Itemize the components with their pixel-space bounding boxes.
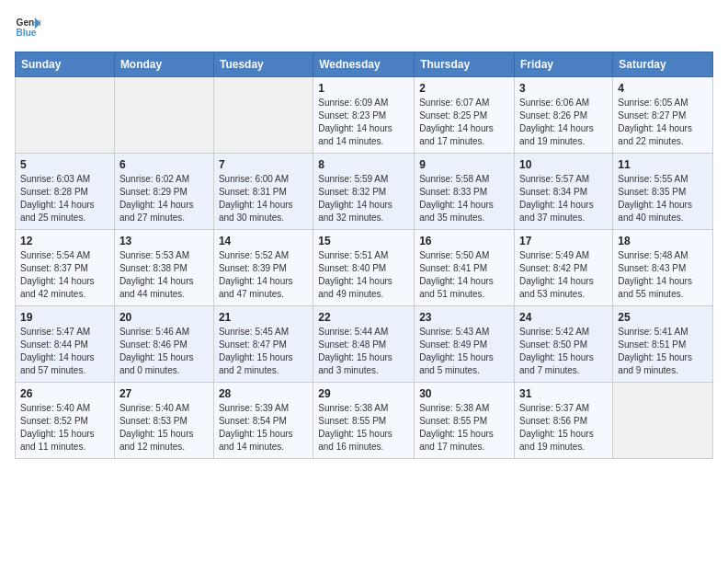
day-number: 6	[119, 158, 209, 171]
day-number: 22	[318, 311, 409, 324]
day-info: Sunrise: 5:44 AM Sunset: 8:48 PM Dayligh…	[318, 326, 409, 377]
calendar-week-4: 26Sunrise: 5:40 AM Sunset: 8:52 PM Dayli…	[16, 383, 713, 459]
day-info: Sunrise: 6:03 AM Sunset: 8:28 PM Dayligh…	[20, 173, 109, 224]
day-number: 28	[219, 387, 308, 400]
day-number: 21	[219, 311, 308, 324]
calendar-cell	[613, 383, 713, 459]
day-number: 8	[318, 158, 409, 171]
day-info: Sunrise: 5:54 AM Sunset: 8:37 PM Dayligh…	[20, 249, 109, 301]
day-number: 9	[419, 158, 509, 171]
day-info: Sunrise: 5:50 AM Sunset: 8:41 PM Dayligh…	[419, 249, 509, 301]
calendar-cell: 22Sunrise: 5:44 AM Sunset: 8:48 PM Dayli…	[313, 306, 415, 383]
day-info: Sunrise: 5:38 AM Sunset: 8:55 PM Dayligh…	[318, 402, 409, 454]
day-number: 16	[419, 235, 509, 247]
day-number: 19	[20, 311, 109, 324]
day-info: Sunrise: 5:51 AM Sunset: 8:40 PM Dayligh…	[318, 249, 409, 301]
weekday-monday: Monday	[114, 52, 213, 77]
day-number: 20	[119, 311, 209, 324]
calendar-cell: 10Sunrise: 5:57 AM Sunset: 8:34 PM Dayli…	[515, 154, 613, 230]
calendar-cell: 18Sunrise: 5:48 AM Sunset: 8:43 PM Dayli…	[613, 230, 713, 306]
calendar-cell: 4Sunrise: 6:05 AM Sunset: 8:27 PM Daylig…	[613, 77, 713, 154]
day-number: 25	[618, 311, 708, 324]
calendar-week-3: 19Sunrise: 5:47 AM Sunset: 8:44 PM Dayli…	[16, 306, 713, 383]
weekday-wednesday: Wednesday	[313, 52, 415, 77]
weekday-tuesday: Tuesday	[213, 52, 313, 77]
calendar-week-2: 12Sunrise: 5:54 AM Sunset: 8:37 PM Dayli…	[16, 230, 713, 306]
weekday-thursday: Thursday	[415, 52, 515, 77]
calendar-cell: 13Sunrise: 5:53 AM Sunset: 8:38 PM Dayli…	[114, 230, 213, 306]
calendar-week-0: 1Sunrise: 6:09 AM Sunset: 8:23 PM Daylig…	[16, 77, 713, 154]
day-number: 17	[519, 235, 608, 247]
day-number: 14	[219, 235, 308, 247]
calendar-cell	[16, 77, 115, 154]
day-info: Sunrise: 5:41 AM Sunset: 8:51 PM Dayligh…	[618, 326, 708, 377]
weekday-saturday: Saturday	[613, 52, 713, 77]
day-info: Sunrise: 5:38 AM Sunset: 8:55 PM Dayligh…	[419, 402, 509, 454]
calendar-cell: 28Sunrise: 5:39 AM Sunset: 8:54 PM Dayli…	[213, 383, 313, 459]
day-info: Sunrise: 5:40 AM Sunset: 8:52 PM Dayligh…	[20, 402, 109, 454]
day-info: Sunrise: 5:43 AM Sunset: 8:49 PM Dayligh…	[419, 326, 509, 377]
day-number: 10	[519, 158, 608, 171]
page-header: General Blue	[15, 15, 713, 40]
day-info: Sunrise: 6:05 AM Sunset: 8:27 PM Dayligh…	[618, 97, 708, 148]
day-number: 26	[20, 387, 109, 400]
calendar-cell: 16Sunrise: 5:50 AM Sunset: 8:41 PM Dayli…	[415, 230, 515, 306]
calendar-cell: 19Sunrise: 5:47 AM Sunset: 8:44 PM Dayli…	[16, 306, 115, 383]
calendar-cell: 30Sunrise: 5:38 AM Sunset: 8:55 PM Dayli…	[415, 383, 515, 459]
calendar-cell	[213, 77, 313, 154]
day-number: 30	[419, 387, 509, 400]
day-info: Sunrise: 5:40 AM Sunset: 8:53 PM Dayligh…	[119, 402, 209, 454]
calendar-cell: 11Sunrise: 5:55 AM Sunset: 8:35 PM Dayli…	[613, 154, 713, 230]
day-info: Sunrise: 5:55 AM Sunset: 8:35 PM Dayligh…	[618, 173, 708, 224]
day-number: 4	[618, 82, 708, 95]
calendar-body: 1Sunrise: 6:09 AM Sunset: 8:23 PM Daylig…	[16, 77, 713, 459]
day-info: Sunrise: 6:06 AM Sunset: 8:26 PM Dayligh…	[519, 97, 608, 148]
day-info: Sunrise: 5:53 AM Sunset: 8:38 PM Dayligh…	[119, 249, 209, 301]
day-number: 31	[519, 387, 608, 400]
calendar-cell: 26Sunrise: 5:40 AM Sunset: 8:52 PM Dayli…	[16, 383, 115, 459]
logo-icon: General Blue	[15, 15, 40, 40]
day-info: Sunrise: 5:47 AM Sunset: 8:44 PM Dayligh…	[20, 326, 109, 377]
calendar-cell: 8Sunrise: 5:59 AM Sunset: 8:32 PM Daylig…	[313, 154, 415, 230]
day-info: Sunrise: 5:52 AM Sunset: 8:39 PM Dayligh…	[219, 249, 308, 301]
day-number: 27	[119, 387, 209, 400]
weekday-sunday: Sunday	[16, 52, 115, 77]
day-info: Sunrise: 5:39 AM Sunset: 8:54 PM Dayligh…	[219, 402, 308, 454]
calendar-cell: 24Sunrise: 5:42 AM Sunset: 8:50 PM Dayli…	[515, 306, 613, 383]
day-info: Sunrise: 6:07 AM Sunset: 8:25 PM Dayligh…	[419, 97, 509, 148]
calendar-cell: 17Sunrise: 5:49 AM Sunset: 8:42 PM Dayli…	[515, 230, 613, 306]
logo: General Blue	[15, 15, 40, 40]
day-number: 13	[119, 235, 209, 247]
day-info: Sunrise: 6:09 AM Sunset: 8:23 PM Dayligh…	[318, 97, 409, 148]
day-number: 7	[219, 158, 308, 171]
day-info: Sunrise: 5:45 AM Sunset: 8:47 PM Dayligh…	[219, 326, 308, 377]
calendar-header: SundayMondayTuesdayWednesdayThursdayFrid…	[16, 52, 713, 77]
day-info: Sunrise: 5:37 AM Sunset: 8:56 PM Dayligh…	[519, 402, 608, 454]
svg-text:Blue: Blue	[17, 28, 37, 38]
calendar-cell: 21Sunrise: 5:45 AM Sunset: 8:47 PM Dayli…	[213, 306, 313, 383]
calendar-cell: 14Sunrise: 5:52 AM Sunset: 8:39 PM Dayli…	[213, 230, 313, 306]
day-info: Sunrise: 5:42 AM Sunset: 8:50 PM Dayligh…	[519, 326, 608, 377]
calendar-cell: 3Sunrise: 6:06 AM Sunset: 8:26 PM Daylig…	[515, 77, 613, 154]
calendar-cell: 6Sunrise: 6:02 AM Sunset: 8:29 PM Daylig…	[114, 154, 213, 230]
calendar-cell: 31Sunrise: 5:37 AM Sunset: 8:56 PM Dayli…	[515, 383, 613, 459]
day-info: Sunrise: 6:00 AM Sunset: 8:31 PM Dayligh…	[219, 173, 308, 224]
calendar-cell: 27Sunrise: 5:40 AM Sunset: 8:53 PM Dayli…	[114, 383, 213, 459]
calendar-cell: 12Sunrise: 5:54 AM Sunset: 8:37 PM Dayli…	[16, 230, 115, 306]
day-info: Sunrise: 5:59 AM Sunset: 8:32 PM Dayligh…	[318, 173, 409, 224]
calendar-cell: 20Sunrise: 5:46 AM Sunset: 8:46 PM Dayli…	[114, 306, 213, 383]
day-info: Sunrise: 5:49 AM Sunset: 8:42 PM Dayligh…	[519, 249, 608, 301]
calendar-cell: 25Sunrise: 5:41 AM Sunset: 8:51 PM Dayli…	[613, 306, 713, 383]
day-number: 11	[618, 158, 708, 171]
day-info: Sunrise: 6:02 AM Sunset: 8:29 PM Dayligh…	[119, 173, 209, 224]
day-number: 29	[318, 387, 409, 400]
day-info: Sunrise: 5:57 AM Sunset: 8:34 PM Dayligh…	[519, 173, 608, 224]
calendar-cell	[114, 77, 213, 154]
calendar-cell: 7Sunrise: 6:00 AM Sunset: 8:31 PM Daylig…	[213, 154, 313, 230]
day-info: Sunrise: 5:48 AM Sunset: 8:43 PM Dayligh…	[618, 249, 708, 301]
day-number: 12	[20, 235, 109, 247]
calendar-week-1: 5Sunrise: 6:03 AM Sunset: 8:28 PM Daylig…	[16, 154, 713, 230]
weekday-friday: Friday	[515, 52, 613, 77]
day-number: 18	[618, 235, 708, 247]
day-number: 2	[419, 82, 509, 95]
